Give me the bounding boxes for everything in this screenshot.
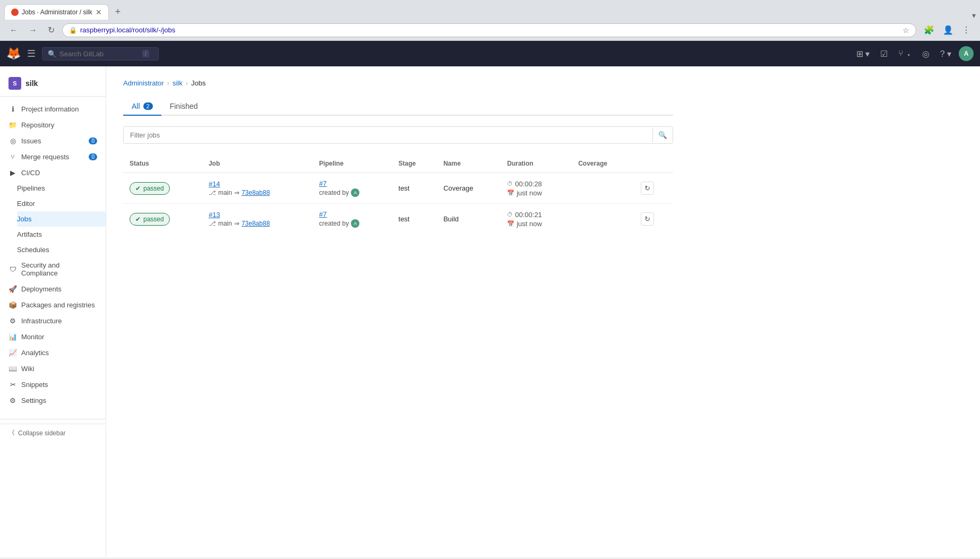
settings-icon: ⚙: [8, 396, 17, 405]
col-status: Status: [123, 154, 202, 173]
hamburger-button[interactable]: ☰: [27, 48, 36, 59]
sidebar-item-issues[interactable]: ◎ Issues 0: [0, 133, 106, 149]
url-input[interactable]: [80, 26, 899, 34]
project-name: silk: [25, 79, 38, 88]
tab-menu-button[interactable]: ▾: [972, 11, 976, 20]
sidebar-item-packages-registries[interactable]: 📦 Packages and registries: [0, 297, 106, 313]
cell-pipeline-1: #7 created by A: [313, 204, 392, 235]
pipeline-user-avatar-1: A: [351, 219, 359, 228]
sidebar-item-repository[interactable]: 📁 Repository: [0, 117, 106, 133]
commit-link-1[interactable]: 73e8ab88: [242, 220, 270, 227]
job-number-link-0[interactable]: #14: [209, 180, 220, 188]
repository-icon: 📁: [8, 121, 17, 129]
close-tab-button[interactable]: ✕: [96, 8, 102, 16]
sidebar-item-cicd[interactable]: ▶ CI/CD: [0, 165, 106, 180]
job-number-link-1[interactable]: #13: [209, 211, 220, 219]
menu-button[interactable]: ⋮: [959, 23, 974, 37]
arrow-icon: ⇒: [234, 220, 239, 227]
deployments-icon: 🚀: [8, 285, 17, 293]
tab-all-count: 2: [143, 102, 153, 110]
cell-job-0: #14 ⎇ main ⇒ 73e8ab88: [202, 173, 313, 204]
project-information-icon: ℹ: [8, 105, 17, 113]
sidebar-item-jobs[interactable]: Jobs: [17, 211, 106, 227]
retry-button-0[interactable]: ↻: [641, 182, 654, 195]
sidebar-item-merge-requests[interactable]: ⑂ Merge requests 0: [0, 149, 106, 165]
sidebar-item-pipelines[interactable]: Pipelines: [17, 180, 106, 196]
col-name: Name: [437, 154, 501, 173]
sidebar-item-deployments[interactable]: 🚀 Deployments: [0, 281, 106, 297]
forward-button[interactable]: →: [25, 23, 40, 37]
tab-title: Jobs · Administrator / silk: [22, 8, 92, 16]
pipeline-number-link-1[interactable]: #7: [319, 210, 326, 218]
sidebar-item-monitor[interactable]: 📊 Monitor: [0, 329, 106, 345]
tab-finished[interactable]: Finished: [161, 98, 207, 116]
main-content: Administrator › silk › Jobs All 2 Finish…: [106, 66, 980, 557]
main-layout: S silk ℹ Project information 📁 Repositor…: [0, 66, 980, 557]
issues-nav-button[interactable]: ◎: [919, 47, 933, 61]
job-branch-1: ⎇ main ⇒ 73e8ab88: [209, 220, 306, 227]
pipeline-number-link-0[interactable]: #7: [319, 179, 326, 187]
reload-button[interactable]: ↻: [45, 23, 58, 37]
cell-stage-0: test: [392, 173, 437, 204]
duration-time-value-1: 00:00:21: [515, 211, 542, 219]
sidebar-item-editor[interactable]: Editor: [17, 196, 106, 211]
check-icon: ✔: [135, 185, 141, 192]
pipeline-created-0: created by A: [319, 188, 385, 197]
duration-ago-value-0: just now: [517, 189, 542, 197]
breadcrumb-silk[interactable]: silk: [173, 79, 183, 87]
merge-requests-nav-button[interactable]: ⑂ ▾: [895, 47, 914, 61]
profile-button[interactable]: 👤: [940, 23, 957, 37]
branch-name-0: main: [218, 189, 232, 196]
address-bar[interactable]: 🔒 ☆: [62, 23, 916, 37]
search-input[interactable]: [59, 50, 139, 58]
check-icon: ✔: [135, 216, 141, 223]
cell-actions-0: ↻: [634, 173, 673, 204]
cell-job-1: #13 ⎇ main ⇒ 73e8ab88: [202, 204, 313, 235]
back-button[interactable]: ←: [6, 23, 21, 37]
sidebar-item-label: Security and Compliance: [21, 261, 97, 277]
sidebar-item-artifacts[interactable]: Artifacts: [17, 227, 106, 242]
sidebar-item-project-information[interactable]: ℹ Project information: [0, 101, 106, 117]
extensions-button[interactable]: 🧩: [921, 23, 938, 37]
infrastructure-icon: ⚙: [8, 316, 17, 325]
cell-stage-1: test: [392, 204, 437, 235]
breadcrumb: Administrator › silk › Jobs: [123, 79, 673, 87]
tab-favicon: [11, 8, 19, 16]
todo-button[interactable]: ☑: [877, 47, 891, 61]
sidebar-item-settings[interactable]: ⚙ Settings: [0, 392, 106, 408]
help-button[interactable]: ? ▾: [937, 47, 955, 61]
filter-bar: 🔍: [123, 126, 673, 144]
status-badge-1: ✔ passed: [130, 213, 170, 226]
sidebar-item-security-compliance[interactable]: 🛡 Security and Compliance: [0, 257, 106, 281]
new-tab-button[interactable]: +: [111, 4, 125, 20]
global-search[interactable]: 🔍 /: [42, 47, 159, 61]
table-row: ✔ passed #13 ⎇ main ⇒ 73e8ab88 #7 create…: [123, 204, 673, 235]
sidebar-item-schedules[interactable]: Schedules: [17, 242, 106, 257]
browser-tab-active[interactable]: Jobs · Administrator / silk ✕: [4, 4, 109, 20]
wiki-icon: 📖: [8, 364, 17, 373]
sidebar-item-label: Pipelines: [17, 184, 45, 192]
calendar-icon: 📅: [507, 220, 514, 227]
jobs-tabs: All 2 Finished: [123, 98, 673, 116]
commit-link-0[interactable]: 73e8ab88: [242, 189, 270, 196]
duration-ago-0: 📅 just now: [507, 189, 565, 197]
boards-button[interactable]: ⊞ ▾: [853, 47, 873, 61]
cell-status-0: ✔ passed: [123, 173, 202, 204]
sidebar-item-infrastructure[interactable]: ⚙ Infrastructure: [0, 313, 106, 329]
breadcrumb-administrator[interactable]: Administrator: [123, 79, 164, 87]
filter-search-button[interactable]: 🔍: [652, 128, 673, 142]
clock-icon: ⏱: [507, 180, 513, 187]
retry-button-1[interactable]: ↻: [641, 212, 654, 226]
filter-input[interactable]: [124, 127, 652, 143]
sidebar-item-analytics[interactable]: 📈 Analytics: [0, 345, 106, 360]
sidebar: S silk ℹ Project information 📁 Repositor…: [0, 66, 106, 557]
gitlab-app: 🦊 ☰ 🔍 / ⊞ ▾ ☑ ⑂ ▾ ◎ ? ▾ A S silk: [0, 41, 980, 557]
bookmark-icon[interactable]: ☆: [902, 26, 909, 35]
collapse-sidebar-button[interactable]: 《 Collapse sidebar: [0, 424, 106, 442]
top-nav-actions: ⊞ ▾ ☑ ⑂ ▾ ◎ ? ▾ A: [853, 46, 974, 61]
calendar-icon: 📅: [507, 190, 514, 196]
sidebar-item-snippets[interactable]: ✂ Snippets: [0, 376, 106, 392]
user-avatar-button[interactable]: A: [959, 46, 974, 61]
tab-all[interactable]: All 2: [123, 98, 161, 116]
sidebar-item-wiki[interactable]: 📖 Wiki: [0, 360, 106, 376]
